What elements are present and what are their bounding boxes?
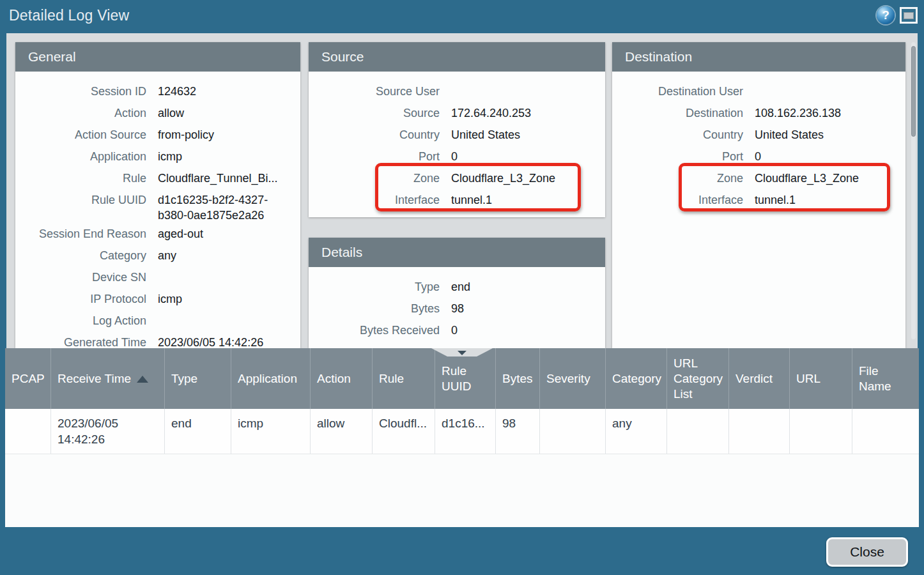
column-header-label: Category — [612, 371, 661, 387]
column-header-verdict[interactable]: Verdict — [729, 348, 790, 409]
maximize-icon[interactable] — [900, 7, 918, 24]
field-label: Zone — [309, 171, 440, 186]
column-header-label: Bytes — [502, 371, 533, 387]
column-header-label: Severity — [546, 371, 590, 387]
field-label: Destination User — [612, 84, 743, 99]
column-header-rule[interactable]: Rule — [373, 348, 435, 409]
column-header-url-category-list[interactable]: URL Category List — [667, 348, 729, 409]
details-panel-title: Details — [309, 238, 605, 267]
field-label: Source — [309, 105, 440, 121]
field-value: tunnel.1 — [755, 192, 905, 208]
field-value: 124632 — [158, 84, 300, 99]
detail-panels-area: General Session ID124632ActionallowActio… — [6, 33, 918, 348]
field-value: 2023/06/05 14:42:26 — [158, 335, 300, 348]
field-label: Application — [15, 149, 146, 164]
cell-type: end — [165, 409, 231, 454]
cell-url — [790, 409, 852, 454]
field-label: Category — [15, 248, 146, 263]
field-value: 108.162.236.138 — [755, 105, 905, 121]
field-row-generated-time: Generated Time2023/06/05 14:42:26 — [15, 332, 300, 348]
field-value: Cloudflare_Tunnel_Bi... — [158, 171, 300, 186]
column-header-url[interactable]: URL — [790, 348, 852, 409]
cell-application: icmp — [231, 409, 311, 454]
field-row-type: Typeend — [309, 276, 605, 298]
field-row-rule: RuleCloudflare_Tunnel_Bi... — [15, 167, 300, 189]
field-row-log-action: Log Action — [15, 310, 300, 332]
field-label: Interface — [309, 192, 440, 208]
column-header-bytes[interactable]: Bytes — [496, 348, 540, 409]
source-panel-title: Source — [309, 42, 605, 72]
field-label: Source User — [309, 84, 440, 99]
field-label: IP Protocol — [15, 291, 146, 307]
cell-bytes: 98 — [496, 409, 540, 454]
column-header-label: PCAP — [12, 371, 45, 387]
field-row-category: Categoryany — [15, 245, 300, 266]
general-panel-body: Session ID124632ActionallowAction Source… — [15, 72, 300, 348]
cell-pcap — [5, 409, 51, 454]
log-table-header-row: PCAPReceive TimeTypeApplicationActionRul… — [5, 348, 919, 409]
column-header-application[interactable]: Application — [231, 348, 311, 409]
column-header-label: URL Category List — [674, 356, 723, 402]
field-value: aged-out — [158, 226, 300, 241]
column-header-label: Type — [171, 371, 197, 387]
sort-ascending-icon — [137, 376, 148, 383]
column-header-label: Application — [238, 371, 297, 387]
field-label: Port — [309, 149, 440, 164]
column-header-label: Receive Time — [58, 371, 131, 387]
help-icon[interactable]: ? — [877, 6, 895, 24]
vertical-scrollbar-thumb[interactable] — [911, 46, 916, 137]
table-row[interactable]: 2023/06/05 14:42:26endicmpallowCloudfl..… — [5, 409, 919, 454]
field-label: Device SN — [15, 270, 146, 285]
column-header-category[interactable]: Category — [606, 348, 667, 409]
field-value: Cloudflare_L3_Zone — [755, 171, 905, 186]
destination-panel-body: Destination UserDestination108.162.236.1… — [612, 72, 905, 211]
field-label: Country — [612, 127, 743, 142]
destination-panel: Destination Destination UserDestination1… — [612, 42, 905, 348]
field-row-rule-uuid: Rule UUIDd1c16235-b2f2-4327-b380-0ae1875… — [15, 189, 300, 223]
column-header-action[interactable]: Action — [311, 348, 373, 409]
column-header-file-name[interactable]: File Name — [852, 348, 919, 409]
column-header-label: Action — [317, 371, 351, 387]
column-header-type[interactable]: Type — [165, 348, 231, 409]
title-bar: Detailed Log View ? — [0, 0, 924, 33]
field-value: icmp — [158, 291, 300, 307]
log-table-body: 2023/06/05 14:42:26endicmpallowCloudfl..… — [5, 409, 919, 454]
field-label: Session ID — [15, 84, 146, 99]
general-panel: General Session ID124632ActionallowActio… — [15, 42, 300, 348]
field-row-application: Applicationicmp — [15, 146, 300, 167]
field-value: end — [451, 279, 605, 295]
help-icon-glyph: ? — [882, 8, 889, 22]
column-header-rule-uuid[interactable]: Rule UUID — [435, 348, 496, 409]
highlighted-field-group: ZoneCloudflare_L3_ZoneInterfacetunnel.1 — [612, 167, 905, 211]
column-header-receive-time[interactable]: Receive Time — [51, 348, 165, 409]
field-row-country: CountryUnited States — [309, 124, 605, 146]
field-label: Bytes — [309, 301, 440, 316]
field-row-source-user: Source User — [309, 80, 605, 102]
field-row-action-source: Action Sourcefrom-policy — [15, 124, 300, 146]
field-row-bytes: Bytes98 — [309, 298, 605, 319]
column-header-label: Rule UUID — [442, 364, 489, 394]
destination-panel-title: Destination — [612, 42, 905, 72]
field-label: Action — [15, 105, 146, 121]
column-header-label: File Name — [859, 364, 912, 394]
field-label: Session End Reason — [15, 226, 146, 241]
field-row-ip-protocol: IP Protocolicmp — [15, 288, 300, 310]
field-row-zone: ZoneCloudflare_L3_Zone — [309, 167, 605, 189]
field-row-interface: Interfacetunnel.1 — [309, 189, 605, 211]
close-button[interactable]: Close — [826, 537, 908, 567]
field-value: United States — [451, 127, 605, 142]
field-label: Destination — [612, 105, 743, 121]
column-header-severity[interactable]: Severity — [540, 348, 606, 409]
field-row-bytes-received: Bytes Received0 — [309, 319, 605, 341]
field-row-device-sn: Device SN — [15, 266, 300, 288]
cell-severity — [540, 409, 606, 454]
log-table-section: PCAPReceive TimeTypeApplicationActionRul… — [5, 348, 919, 527]
cell-receive-time: 2023/06/05 14:42:26 — [51, 409, 165, 454]
field-row-source: Source172.64.240.253 — [309, 102, 605, 124]
source-panel-body: Source UserSource172.64.240.253CountryUn… — [309, 72, 605, 211]
vertical-scrollbar-track[interactable] — [911, 42, 916, 339]
details-panel-body: TypeendBytes98Bytes Received0 — [309, 267, 605, 341]
field-label: Zone — [612, 171, 743, 186]
column-header-pcap[interactable]: PCAP — [5, 348, 51, 409]
field-value: 0 — [451, 323, 605, 338]
